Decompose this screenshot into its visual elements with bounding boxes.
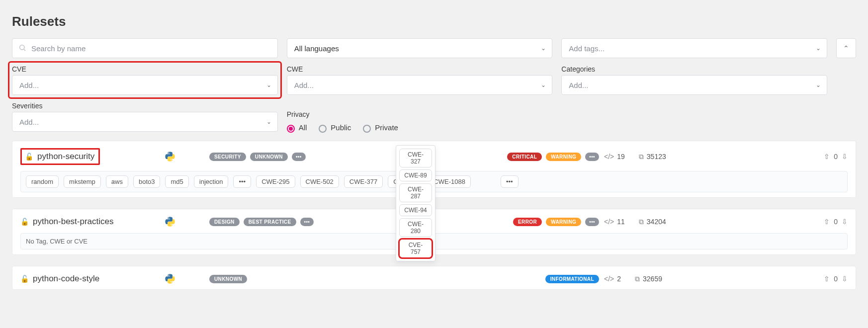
download-icon: ⧉ — [639, 153, 644, 161]
more-types-button[interactable]: ••• — [300, 218, 314, 226]
pill-unknown: UNKNOWN — [209, 275, 247, 283]
search-input[interactable]: Search by name — [12, 38, 278, 58]
privacy-radio-public[interactable]: Public — [319, 123, 351, 132]
chevron-down-icon: ⌄ — [266, 118, 271, 125]
more-types-button[interactable]: ••• — [292, 153, 306, 161]
tag-chip[interactable]: mkstemp — [64, 175, 101, 188]
privacy-private-label: Private — [375, 123, 398, 132]
more-sev-button[interactable]: ••• — [585, 218, 599, 226]
categories-select[interactable]: Add... ⌄ — [561, 75, 827, 95]
privacy-radio-all[interactable]: All — [287, 123, 307, 132]
vote-count: 0 — [834, 153, 838, 161]
chevron-down-icon: ⌄ — [816, 45, 821, 52]
more-sev-button[interactable]: ••• — [585, 153, 599, 161]
ruleset-card[interactable]: 🔓 python-code-style UNKNOWN INFORMATIONA… — [12, 266, 856, 290]
radio-icon — [287, 125, 295, 133]
tag-chip[interactable]: random — [26, 175, 59, 188]
cve-placeholder: Add... — [19, 81, 39, 89]
ruleset-name-highlight: 🔓 python-security — [20, 148, 100, 165]
more-tags-button[interactable]: ••• — [233, 175, 251, 188]
vote-count: 0 — [834, 275, 838, 283]
downloads-count: ⧉ 35123 — [639, 153, 666, 161]
pill-unknown: UNKNOWN — [250, 153, 288, 161]
categories-placeholder: Add... — [569, 81, 588, 89]
pill-error: ERROR — [513, 218, 542, 226]
upvote-button[interactable]: ⇧ — [824, 153, 830, 161]
tag-chip[interactable]: md5 — [165, 175, 188, 188]
filter-row-2: CVE Add... ⌄ CWE Add... ⌄ Categories Add… — [12, 65, 856, 95]
upvote-button[interactable]: ⇧ — [824, 275, 830, 283]
language-icon-python — [165, 273, 175, 284]
languages-text: All languages — [294, 44, 339, 53]
pill-warning: WARNING — [546, 218, 581, 226]
categories-label: Categories — [561, 65, 827, 73]
cwe-chip[interactable]: CWE-295 — [256, 175, 295, 188]
filters-panel: Search by name All languages ⌄ Add tags.… — [12, 38, 856, 132]
downloads-count: ⧉ 32659 — [635, 275, 662, 283]
cwe-label: CWE — [287, 65, 553, 73]
radio-icon — [319, 125, 327, 133]
cwe-chip[interactable]: CWE-377 — [344, 175, 383, 188]
code-icon: </> — [604, 153, 614, 161]
privacy-label: Privacy — [287, 110, 553, 118]
filter-row-3: Severities Add... ⌄ Privacy All Public — [12, 102, 856, 132]
ruleset-name: python-code-style — [33, 274, 99, 284]
popup-item[interactable]: CWE-94 — [399, 204, 432, 216]
rules-count: </> 19 — [604, 153, 625, 161]
cve-filter: CVE Add... ⌄ — [9, 62, 281, 98]
page-title: Rulesets — [12, 14, 856, 29]
no-tags-text: No Tag, CWE or CVE — [26, 238, 87, 245]
popup-item[interactable]: CWE-89 — [399, 169, 432, 181]
svg-line-1 — [24, 49, 25, 51]
tags-placeholder: Add tags... — [569, 44, 605, 53]
unlock-icon: 🔓 — [20, 275, 29, 283]
severities-label: Severities — [12, 102, 278, 110]
search-icon — [18, 44, 26, 53]
privacy-radio-private[interactable]: Private — [363, 123, 398, 132]
pill-informational: INFORMATIONAL — [545, 275, 599, 283]
severities-select[interactable]: Add... ⌄ — [12, 112, 278, 132]
cve-select[interactable]: Add... ⌄ — [12, 75, 278, 95]
vote-controls: ⇧ 0 ⇩ — [738, 218, 848, 226]
tag-chip[interactable]: injection — [194, 175, 229, 188]
code-icon: </> — [604, 275, 614, 283]
chevron-down-icon: ⌄ — [541, 82, 546, 88]
tag-chip[interactable]: boto3 — [133, 175, 161, 188]
svg-point-0 — [20, 45, 24, 49]
download-icon: ⧉ — [635, 275, 640, 283]
popup-item[interactable]: CWE-287 — [399, 183, 432, 202]
ruleset-name: python-security — [37, 152, 94, 162]
cwe-placeholder: Add... — [294, 81, 314, 89]
stats: </> 19 ⧉ 35123 — [604, 153, 733, 161]
cwe-chip[interactable]: CWE-502 — [300, 175, 339, 188]
languages-select[interactable]: All languages ⌄ — [287, 38, 553, 58]
downvote-button[interactable]: ⇩ — [842, 218, 848, 226]
severities-placeholder: Add... — [19, 118, 39, 126]
downvote-button[interactable]: ⇩ — [842, 275, 848, 283]
privacy-all-label: All — [299, 123, 307, 132]
popup-item[interactable]: CWE-280 — [399, 218, 432, 237]
cwe-select[interactable]: Add... ⌄ — [287, 75, 553, 95]
collapse-filters-button[interactable]: ⌃ — [836, 38, 856, 58]
tags-select[interactable]: Add tags... ⌄ — [561, 38, 827, 58]
pill-design: DESIGN — [209, 218, 240, 226]
more-cwes-button[interactable]: ••• — [501, 175, 519, 188]
unlock-icon: 🔓 — [25, 153, 33, 161]
unlock-icon: 🔓 — [20, 218, 29, 226]
popup-item[interactable]: CWE-327 — [399, 149, 432, 167]
type-pills: UNKNOWN INFORMATIONAL — [209, 275, 599, 283]
search-placeholder: Search by name — [31, 44, 86, 53]
upvote-button[interactable]: ⇧ — [824, 218, 830, 226]
downvote-button[interactable]: ⇩ — [842, 153, 848, 161]
popup-item-highlight[interactable]: CVE-757 — [399, 239, 432, 258]
pill-critical: CRITICAL — [507, 153, 542, 161]
pill-warning: WARNING — [546, 153, 581, 161]
tag-chip[interactable]: aws — [106, 175, 128, 188]
language-icon-python — [165, 216, 175, 227]
vote-controls: ⇧ 0 ⇩ — [738, 153, 848, 161]
cwe-popup: CWE-327 CWE-89 CWE-287 CWE-94 CWE-280 CV… — [396, 145, 435, 261]
code-icon: </> — [604, 218, 614, 226]
downloads-count: ⧉ 34204 — [639, 218, 666, 226]
rules-count: </> 2 — [604, 275, 621, 283]
pill-best-practice: BEST PRACTICE — [244, 218, 296, 226]
